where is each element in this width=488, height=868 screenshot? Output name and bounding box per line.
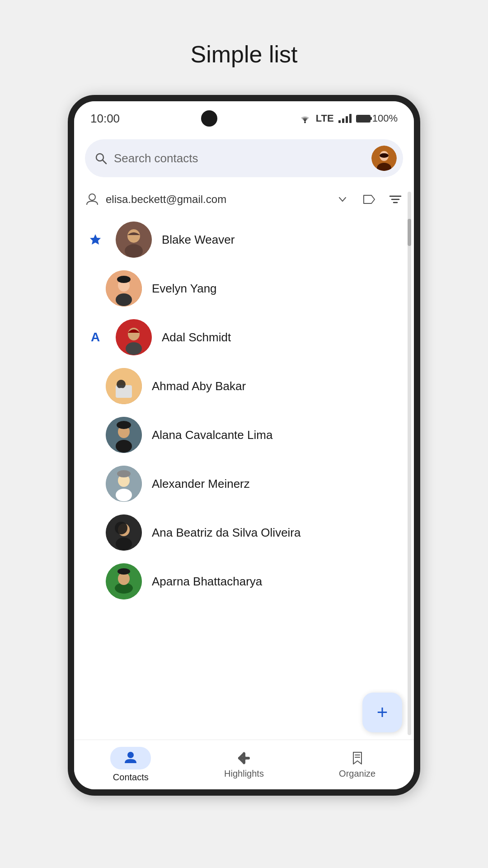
svg-point-17 xyxy=(116,293,132,306)
person-icon xyxy=(123,750,138,765)
nav-contacts[interactable]: Contacts xyxy=(74,741,188,788)
svg-point-18 xyxy=(117,276,131,283)
user-avatar[interactable] xyxy=(371,146,397,171)
search-container: Search contacts xyxy=(74,131,414,184)
nav-highlights[interactable]: Highlights xyxy=(188,745,301,784)
scrollbar-track xyxy=(408,192,411,735)
section-star-marker xyxy=(85,233,106,246)
list-item[interactable]: Ana Beatriz da Silva Oliveira xyxy=(74,508,414,557)
lte-text: LTE xyxy=(316,113,334,124)
contact-name: Aparna Bhattacharya xyxy=(152,575,262,589)
status-time: 10:00 xyxy=(90,112,120,126)
list-item[interactable]: Blake Weaver xyxy=(74,215,414,264)
list-item[interactable]: Alexander Meinerz xyxy=(74,459,414,508)
contact-name: Adal Schmidt xyxy=(162,330,231,344)
list-item[interactable]: Alana Cavalcante Lima xyxy=(74,410,414,459)
status-bar: 10:00 LTE 100% xyxy=(74,101,414,131)
page-title: Simple list xyxy=(191,41,298,68)
nav-contacts-label: Contacts xyxy=(113,772,149,783)
svg-marker-11 xyxy=(90,234,101,245)
section-a-marker: A xyxy=(85,330,106,344)
contact-name: Ahmad Aby Bakar xyxy=(152,379,246,393)
nav-contacts-icon-bg xyxy=(110,747,151,769)
svg-point-25 xyxy=(116,388,127,395)
contact-name: Alana Cavalcante Lima xyxy=(152,428,272,442)
status-icons: LTE 100% xyxy=(299,113,398,124)
svg-point-24 xyxy=(117,380,126,389)
avatar xyxy=(106,563,142,599)
nav-highlights-label: Highlights xyxy=(224,769,264,779)
svg-point-0 xyxy=(304,122,306,123)
avatar xyxy=(106,368,142,404)
account-email: elisa.beckett@gmail.com xyxy=(106,193,330,206)
svg-point-7 xyxy=(89,194,95,200)
svg-point-42 xyxy=(127,752,134,758)
svg-point-6 xyxy=(380,153,389,158)
list-item[interactable]: Aparna Bhattacharya xyxy=(74,557,414,606)
scrollbar-thumb[interactable] xyxy=(408,219,411,246)
svg-marker-48 xyxy=(238,751,250,765)
search-bar[interactable]: Search contacts xyxy=(85,139,403,177)
contact-name: Evelyn Yang xyxy=(152,282,217,296)
svg-line-2 xyxy=(103,160,106,164)
svg-point-21 xyxy=(126,342,142,355)
camera-dot xyxy=(201,110,217,127)
bookmark-icon xyxy=(350,750,365,766)
filter-icon[interactable] xyxy=(388,192,403,207)
svg-point-29 xyxy=(117,421,131,429)
search-icon xyxy=(94,151,108,165)
avatar xyxy=(106,466,142,502)
battery-indicator: 100% xyxy=(356,113,398,124)
avatar xyxy=(116,319,152,355)
list-item[interactable]: Ahmad Aby Bakar xyxy=(74,362,414,410)
list-item[interactable]: A Adal Schmidt xyxy=(74,313,414,362)
account-row[interactable]: elisa.beckett@gmail.com xyxy=(74,184,414,215)
svg-point-41 xyxy=(117,568,130,575)
account-icon xyxy=(85,192,99,207)
list-item[interactable]: Evelyn Yang xyxy=(74,264,414,313)
sparkle-icon xyxy=(236,750,252,766)
contact-name: Ana Beatriz da Silva Oliveira xyxy=(152,526,300,540)
svg-point-32 xyxy=(116,489,132,501)
avatar xyxy=(106,514,142,551)
phone-frame: 10:00 LTE 100% xyxy=(68,95,420,796)
contact-name: Blake Weaver xyxy=(162,233,235,247)
svg-point-14 xyxy=(125,244,143,258)
signal-bars xyxy=(338,114,352,123)
svg-point-13 xyxy=(127,229,140,243)
chevron-down-icon xyxy=(336,193,349,206)
nav-organize-label: Organize xyxy=(339,769,375,779)
search-placeholder: Search contacts xyxy=(114,151,365,165)
bottom-nav: Contacts Highlights Organize xyxy=(74,740,414,789)
nav-organize[interactable]: Organize xyxy=(300,745,414,784)
svg-point-33 xyxy=(117,470,131,477)
label-icon[interactable] xyxy=(361,192,377,207)
svg-point-36 xyxy=(116,538,132,550)
add-contact-fab[interactable]: + xyxy=(362,693,402,732)
svg-point-28 xyxy=(116,440,132,453)
avatar xyxy=(106,270,142,307)
contact-name: Alexander Meinerz xyxy=(152,477,250,491)
contact-list: Blake Weaver Evelyn Yang A xyxy=(74,215,414,740)
avatar xyxy=(106,417,142,453)
wifi-icon xyxy=(299,113,311,123)
svg-point-37 xyxy=(115,522,127,534)
battery-percent: 100% xyxy=(372,113,398,124)
avatar xyxy=(116,222,152,258)
